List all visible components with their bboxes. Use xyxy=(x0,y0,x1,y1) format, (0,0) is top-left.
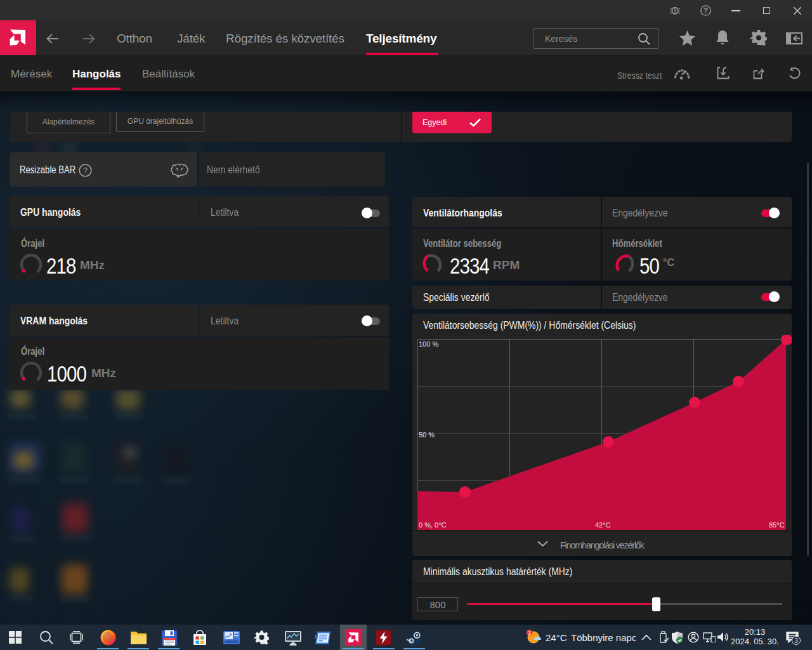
svg-text:?: ? xyxy=(704,6,708,14)
svg-text:?: ? xyxy=(83,166,88,175)
svg-text:42°C: 42°C xyxy=(595,521,611,529)
svg-text:100 %: 100 % xyxy=(419,340,438,348)
svg-text:Finomhangolási vezérlők: Finomhangolási vezérlők xyxy=(560,540,645,550)
svg-text:0 %, 0°C: 0 %, 0°C xyxy=(419,521,447,529)
svg-text:1: 1 xyxy=(528,630,531,636)
svg-text:85°C: 85°C xyxy=(769,521,785,529)
svg-text:50 %: 50 % xyxy=(419,431,435,439)
